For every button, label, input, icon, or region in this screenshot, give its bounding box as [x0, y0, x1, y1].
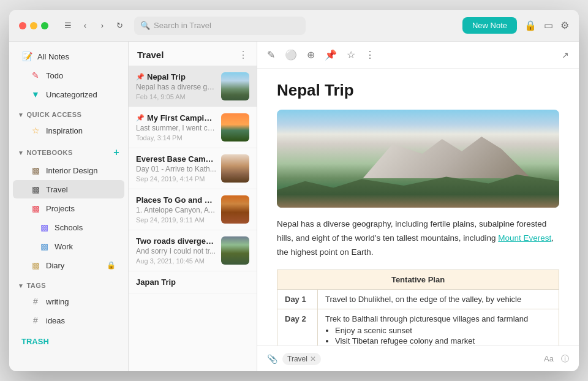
tag-remove-button[interactable]: ✕: [310, 355, 316, 363]
table-header: Tentative Plan: [277, 270, 559, 289]
projects-label: Projects: [46, 204, 75, 213]
minimize-button[interactable]: [30, 22, 37, 29]
note-content-3: Everest Base Camp Trek Day 01 - Arrive t…: [136, 154, 216, 183]
add-notebook-button[interactable]: +: [113, 147, 119, 158]
image-tool-icon[interactable]: ⚪: [285, 49, 297, 61]
note-preview-3: Day 01 - Arrive to Kath...: [136, 165, 216, 173]
chevron-down-icon-3: ▼: [18, 282, 24, 289]
note-thumb-1: [221, 72, 249, 100]
chevron-down-icon: ▼: [18, 111, 24, 118]
note-item-6[interactable]: Japan Trip: [129, 271, 257, 293]
interior-design-label: Interior Design: [46, 166, 98, 175]
note-date-1: Feb 14, 9:05 AM: [136, 93, 216, 100]
quick-access-section[interactable]: ▼ QUICK ACCESS: [9, 106, 128, 121]
note-date-3: Sep 24, 2019, 4:14 PM: [136, 175, 216, 183]
attachment-icon[interactable]: 📎: [267, 354, 277, 364]
note-item-4[interactable]: Places To Go and See 1. Antelope Canyon,…: [129, 189, 257, 230]
plan-table: Tentative Plan Day 1 Travel to Dhulikhel…: [277, 270, 559, 345]
expand-icon[interactable]: ↗: [562, 50, 569, 60]
font-size-label[interactable]: Aa: [544, 354, 554, 363]
refresh-button[interactable]: ↻: [112, 18, 127, 33]
sidebar-item-interior-design[interactable]: ▩ Interior Design: [13, 161, 124, 179]
notebooks-section[interactable]: ▼ NOTEBOOKS +: [9, 142, 128, 160]
forward-button[interactable]: ›: [95, 18, 110, 33]
table-row-day2: Day 2 Trek to Balthali through picturesq…: [277, 309, 559, 345]
sidebar-item-diary[interactable]: ▩ Diary 🔒: [13, 256, 124, 274]
todo-label: Todo: [46, 71, 63, 80]
sidebar-item-ideas[interactable]: # ideas: [13, 311, 124, 330]
day2-label: Day 2: [277, 309, 318, 345]
maximize-button[interactable]: [41, 22, 48, 29]
interior-design-icon: ▩: [30, 165, 41, 176]
hero-mountain-bg: [277, 110, 559, 208]
search-placeholder: Search in Travel: [154, 21, 211, 30]
tag-icon-ideas: #: [30, 315, 41, 326]
note-item-3[interactable]: Everest Base Camp Trek Day 01 - Arrive t…: [129, 148, 257, 189]
search-icon: 🔍: [140, 21, 150, 30]
trash-link[interactable]: TRASH: [13, 332, 124, 351]
star-icon: ☆: [30, 125, 41, 136]
sidebar-item-projects[interactable]: ▩ Projects: [13, 199, 124, 217]
star-tool-icon[interactable]: ☆: [347, 49, 355, 61]
note-title-2: My First Camping ...: [147, 113, 216, 123]
note-item-5[interactable]: Two roads diverged in ... And sorry I co…: [129, 230, 257, 271]
tags-label: TAGS: [26, 282, 46, 289]
more-options-icon[interactable]: ⋮: [238, 49, 248, 61]
ideas-label: ideas: [46, 316, 65, 325]
projects-icon: ▩: [30, 203, 41, 214]
note-thumb-3: [221, 154, 249, 183]
settings-icon[interactable]: ⚙: [560, 20, 569, 31]
back-button[interactable]: ‹: [78, 18, 92, 33]
note-content-4: Places To Go and See 1. Antelope Canyon,…: [136, 195, 216, 224]
hero-image: [277, 110, 559, 208]
editor-footer: 📎 Travel ✕ Aa ⓘ: [257, 345, 579, 371]
notebooks-label: NOTEBOOKS: [26, 149, 72, 156]
mount-everest-link[interactable]: Mount Everest: [498, 233, 551, 243]
note-preview-2: Last summer, I went ca...: [136, 124, 216, 132]
schools-icon: ▩: [39, 222, 50, 233]
uncategorized-label: Uncategorized: [46, 90, 97, 99]
editor-footer-right: Aa ⓘ: [544, 353, 569, 364]
sidebar-toggle-button[interactable]: ☰: [61, 18, 75, 33]
sidebar-item-writing[interactable]: # writing: [13, 292, 124, 311]
tag-tool-icon[interactable]: 📌: [325, 49, 337, 61]
travel-icon: ▩: [30, 184, 41, 195]
note-item-2[interactable]: 📌 My First Camping ... Last summer, I we…: [129, 107, 257, 148]
title-bar: ☰ ‹ › ↻ 🔍 Search in Travel New Note 🔒 ▭ …: [9, 10, 579, 42]
table-row-day1: Day 1 Travel to Dhulikhel, on the edge o…: [277, 289, 559, 309]
sidebar-item-schools[interactable]: ▩ Schools: [13, 218, 124, 236]
tags-section[interactable]: ▼ TAGS: [9, 277, 128, 292]
notes-icon: 📝: [21, 51, 32, 62]
sidebar-item-all-notes[interactable]: 📝 All Notes: [13, 47, 124, 66]
note-item-1[interactable]: 📌 Nepal Trip Nepal has a diverse ge... F…: [129, 66, 257, 107]
note-title-6: Japan Trip: [136, 277, 176, 287]
main-layout: 📝 All Notes ✎ Todo ▼ Uncategorized ▼ QUI…: [9, 42, 579, 371]
editor-content: Nepal Trip Nepal has a diverse geography…: [257, 69, 579, 345]
new-note-button[interactable]: New Note: [462, 17, 517, 34]
note-preview-4: 1. Antelope Canyon, A...: [136, 206, 216, 214]
info-icon[interactable]: ⓘ: [561, 353, 569, 364]
search-bar[interactable]: 🔍 Search in Travel: [134, 17, 306, 35]
edit-tool-icon[interactable]: ✎: [267, 49, 275, 61]
note-title-1: Nepal Trip: [147, 72, 186, 81]
note-date-4: Sep 24, 2019, 9:11 AM: [136, 216, 216, 224]
sidebar-item-uncategorized[interactable]: ▼ Uncategorized: [13, 85, 124, 104]
more-tool-icon[interactable]: ⋮: [365, 49, 375, 61]
note-body-paragraph: Nepal has a diverse geography, including…: [277, 217, 559, 260]
copy-icon[interactable]: ▭: [544, 20, 553, 31]
all-notes-label: All Notes: [37, 52, 69, 61]
traffic-lights: [19, 22, 48, 29]
sidebar-item-todo[interactable]: ✎ Todo: [13, 66, 124, 85]
day1-label: Day 1: [277, 289, 318, 309]
tag-badge-travel: Travel ✕: [282, 353, 321, 365]
sidebar-item-work[interactable]: ▩ Work: [13, 237, 124, 255]
lock-icon[interactable]: 🔒: [524, 20, 537, 31]
sidebar-item-inspiration[interactable]: ☆ Inspiration: [13, 121, 124, 140]
note-list: Travel ⋮ 📌 Nepal Trip Nepal has a divers…: [129, 42, 257, 371]
close-button[interactable]: [19, 22, 26, 29]
sidebar-item-travel[interactable]: ▩ Travel: [13, 180, 124, 198]
chevron-down-icon-2: ▼: [18, 149, 24, 156]
editor-toolbar: ✎ ⚪ ⊕ 📌 ☆ ⋮ ↗: [257, 42, 579, 69]
note-date-5: Aug 3, 2021, 10:45 AM: [136, 257, 216, 265]
add-tool-icon[interactable]: ⊕: [307, 49, 315, 61]
